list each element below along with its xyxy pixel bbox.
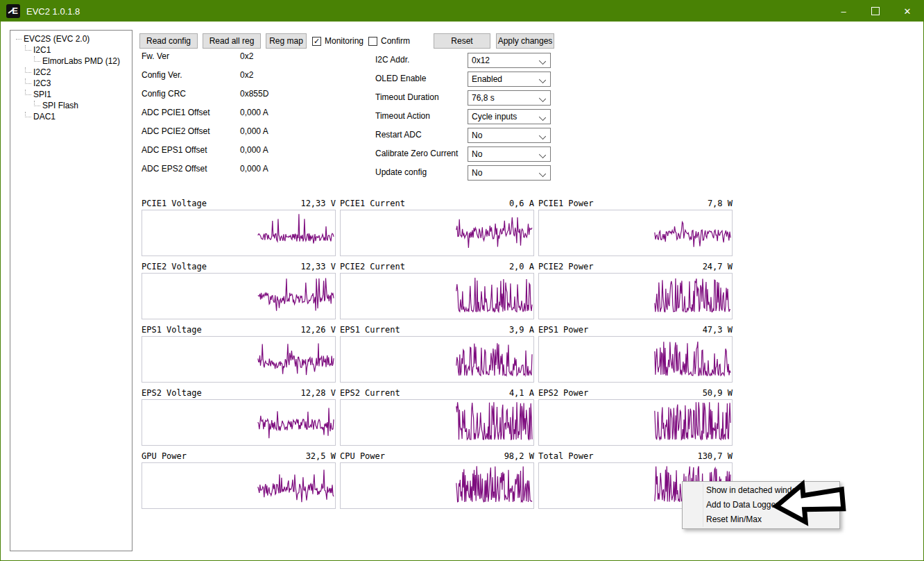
info-value: 0,000 A: [240, 126, 268, 137]
read-config-button[interactable]: Read config: [139, 33, 198, 49]
tree-item-label: SPI1: [33, 89, 51, 100]
tree-item-i2c2[interactable]: I2C2: [10, 67, 132, 78]
chart-plot-pcie2-voltage[interactable]: [142, 273, 336, 319]
chart-header-total-power: Total Power130,7 W: [538, 451, 733, 462]
apply-changes-button[interactable]: Apply changes: [496, 33, 554, 49]
tree-item-spi-flash[interactable]: SPI Flash: [10, 100, 132, 111]
chart-value: 98,2 W: [504, 451, 534, 462]
tree-connector: [25, 112, 31, 117]
monitoring-checkbox[interactable]: ✓Monitoring: [312, 33, 363, 49]
waveform-sparkline: [142, 400, 335, 445]
tree-item-spi1[interactable]: SPI1: [10, 89, 132, 100]
waveform-sparkline: [539, 210, 732, 256]
chart-header-eps2-power: EPS2 Power50,9 W: [538, 388, 733, 399]
reg-map-button[interactable]: Reg map: [266, 33, 307, 49]
chart-header-eps1-current: EPS1 Current3,9 A: [340, 325, 534, 336]
chart-plot-gpu-power[interactable]: [142, 462, 336, 509]
setting-label: I2C Addr.: [375, 55, 409, 65]
info-value: 0x855D: [240, 89, 268, 99]
app-window: E EVC2 1.0.1.8 – ✕ EVC2S (EVC 2.0)I2C1El…: [0, 0, 924, 561]
setting-dropdown-restart-adc[interactable]: No: [468, 128, 551, 143]
setting-label: Update config: [375, 167, 427, 178]
chart-plot-pcie2-current[interactable]: [340, 273, 534, 319]
chevron-down-icon: [539, 76, 546, 83]
chart-value: 7,8 W: [708, 199, 733, 210]
tree-item-label: ElmorLabs PMD (12): [42, 56, 120, 67]
tree-connector: [25, 45, 31, 51]
chart-plot-eps2-power[interactable]: [538, 399, 733, 446]
monitoring-checkbox-label: Monitoring: [325, 36, 363, 46]
chart-plot-eps2-current[interactable]: [340, 399, 534, 446]
info-label: Fw. Ver: [142, 51, 169, 62]
chart-header-cpu-power: CPU Power98,2 W: [340, 451, 534, 462]
chart-plot-eps1-voltage[interactable]: [142, 336, 336, 383]
setting-dropdown-timeout-duration[interactable]: 76,8 s: [468, 90, 551, 106]
chart-value: 0,6 A: [509, 199, 534, 210]
chart-plot-pcie1-voltage[interactable]: [142, 210, 336, 256]
chart-value: 3,9 A: [509, 325, 534, 336]
tree-connector: [25, 90, 31, 95]
chart-plot-pcie1-power[interactable]: [538, 210, 733, 256]
chevron-down-icon: [539, 95, 546, 102]
waveform-sparkline: [142, 210, 335, 256]
tree-item-i2c3[interactable]: I2C3: [10, 78, 132, 89]
confirm-checkbox[interactable]: Confirm: [368, 33, 410, 49]
tree-item-dac1[interactable]: DAC1: [10, 111, 132, 122]
chart-header-pcie1-current: PCIE1 Current0,6 A: [340, 199, 534, 210]
info-label: Config CRC: [142, 89, 186, 99]
chart-header-eps2-voltage: EPS2 Voltage12,28 V: [142, 388, 336, 399]
info-value: 0,000 A: [240, 164, 268, 174]
device-tree-panel: EVC2S (EVC 2.0)I2C1ElmorLabs PMD (12)I2C…: [10, 30, 132, 551]
chart-value: 12,33 V: [300, 199, 336, 210]
info-value: 0,000 A: [240, 108, 268, 118]
chart-value: 12,33 V: [300, 262, 336, 273]
dropdown-value: 76,8 s: [472, 93, 495, 103]
monitoring-checkbox-box[interactable]: ✓: [312, 37, 321, 46]
dropdown-value: No: [472, 168, 482, 178]
chart-plot-eps1-power[interactable]: [538, 336, 733, 383]
context-menu-gutter: [703, 483, 703, 527]
minimize-button[interactable]: –: [828, 1, 859, 22]
info-label: ADC PCIE1 Offset: [142, 108, 209, 118]
maximize-button[interactable]: [859, 1, 891, 22]
tree-item-label: I2C3: [33, 78, 51, 89]
chart-header-eps2-current: EPS2 Current4,1 A: [340, 388, 534, 399]
chart-plot-pcie2-power[interactable]: [538, 273, 733, 319]
dropdown-value: Cycle inputs: [472, 112, 517, 122]
setting-label: Calibrate Zero Current: [375, 149, 458, 159]
chart-value: 24,7 W: [703, 262, 733, 273]
close-button[interactable]: ✕: [891, 1, 923, 22]
setting-dropdown-timeout-action[interactable]: Cycle inputs: [468, 109, 551, 124]
chevron-down-icon: [539, 114, 546, 121]
setting-label: Timeout Action: [375, 111, 430, 122]
waveform-sparkline: [142, 463, 335, 508]
window-title: EVC2 1.0.1.8: [26, 6, 80, 17]
dropdown-value: 0x12: [472, 56, 490, 65]
tree-item-i2c1[interactable]: I2C1: [10, 44, 132, 56]
tree-item-evc2s-evc-2-0-[interactable]: EVC2S (EVC 2.0): [10, 33, 132, 44]
waveform-sparkline: [539, 400, 732, 445]
reset-button[interactable]: Reset: [434, 33, 490, 49]
setting-dropdown-i2c-addr-[interactable]: 0x12: [468, 53, 551, 68]
confirm-checkbox-box[interactable]: [368, 37, 377, 46]
tree-item-elmorlabs-pmd-12-[interactable]: ElmorLabs PMD (12): [10, 56, 132, 67]
chart-title: PCIE1 Power: [538, 199, 593, 210]
chart-plot-eps1-current[interactable]: [340, 336, 534, 383]
tree-item-label: EVC2S (EVC 2.0): [24, 33, 89, 44]
setting-dropdown-update-config[interactable]: No: [468, 165, 551, 181]
setting-dropdown-oled-enable[interactable]: Enabled: [468, 72, 551, 87]
chevron-down-icon: [539, 151, 546, 158]
setting-label: Restart ADC: [375, 130, 422, 140]
chart-plot-cpu-power[interactable]: [340, 462, 534, 509]
chart-plot-pcie1-current[interactable]: [340, 210, 534, 256]
chart-value: 4,1 A: [509, 388, 534, 399]
info-label: ADC PCIE2 Offset: [142, 126, 209, 137]
chart-title: CPU Power: [340, 451, 385, 462]
confirm-checkbox-label: Confirm: [381, 36, 410, 46]
info-label: ADC EPS2 Offset: [142, 164, 207, 174]
chart-title: PCIE2 Current: [340, 262, 405, 273]
setting-dropdown-calibrate-zero-current[interactable]: No: [468, 146, 551, 162]
tree-connector: [16, 34, 22, 40]
chart-plot-eps2-voltage[interactable]: [142, 399, 336, 446]
read-all-reg-button[interactable]: Read all reg: [203, 33, 261, 49]
